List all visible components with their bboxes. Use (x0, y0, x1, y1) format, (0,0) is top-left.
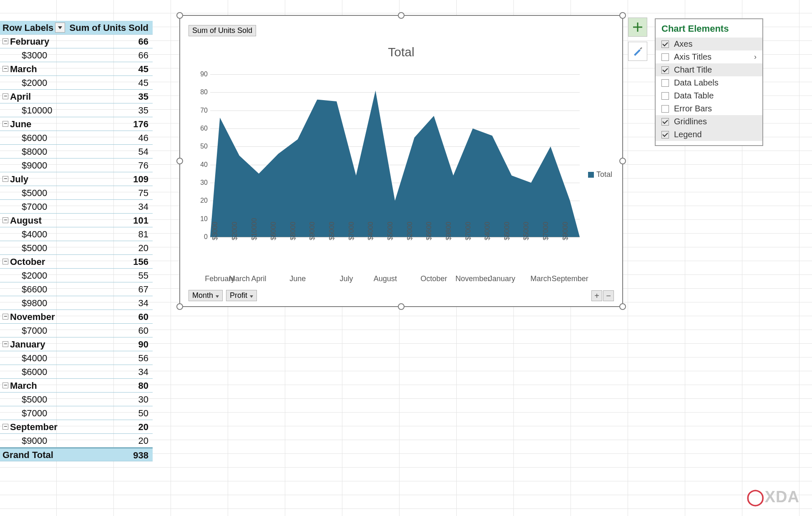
chart-element-option[interactable]: Gridlines (656, 115, 762, 128)
axis-field-month-label: Month (192, 291, 213, 300)
x-tick: $7000 (465, 224, 472, 240)
checkbox[interactable] (661, 92, 669, 100)
collapse-icon[interactable]: − (3, 259, 8, 264)
chart-title[interactable]: Total (180, 45, 622, 59)
pivot-child-row[interactable]: $400056 (0, 351, 153, 365)
resize-handle[interactable] (176, 12, 183, 19)
chart-element-option[interactable]: Legend (656, 128, 762, 141)
resize-handle[interactable] (619, 158, 626, 164)
resize-handle[interactable] (619, 303, 626, 310)
watermark-logo: ◯XDA (747, 488, 799, 506)
pivot-group-row[interactable]: −March45 (0, 62, 153, 76)
chart-element-option[interactable]: Data Table (656, 89, 762, 102)
collapse-field-button[interactable]: − (603, 290, 614, 301)
pivot-chart[interactable]: Sum of Units Sold Total 0102030405060708… (179, 15, 623, 307)
checkbox[interactable] (661, 66, 669, 74)
pivot-child-row[interactable]: $600046 (0, 131, 153, 145)
chart-legend[interactable]: Total (588, 170, 612, 179)
pivot-grand-total-row[interactable]: Grand Total 938 (0, 448, 153, 461)
pivot-child-row[interactable]: $700034 (0, 200, 153, 214)
pivot-child-row[interactable]: $300066 (0, 48, 153, 62)
x-tick: $9000 (562, 224, 569, 240)
y-tick: 10 (192, 215, 208, 223)
resize-handle[interactable] (398, 12, 405, 19)
chart-element-option[interactable]: Axis Titles› (656, 50, 762, 63)
pivot-child-row[interactable]: $660067 (0, 282, 153, 296)
chart-element-option[interactable]: Chart Title (656, 63, 762, 76)
pivot-header-row[interactable]: Row Labels Sum of Units Sold (0, 21, 153, 35)
pivot-child-row[interactable]: $1000035 (0, 103, 153, 117)
chart-element-option[interactable]: Error Bars (656, 102, 762, 115)
resize-handle[interactable] (176, 303, 183, 310)
resize-handle[interactable] (398, 303, 405, 310)
axis-field-month[interactable]: Month (189, 290, 223, 301)
checkbox[interactable] (661, 105, 669, 113)
checkbox[interactable] (661, 131, 669, 138)
pivot-group-row[interactable]: −July109 (0, 172, 153, 186)
collapse-icon[interactable]: − (3, 93, 8, 99)
collapse-icon[interactable]: − (3, 314, 8, 320)
collapse-icon[interactable]: − (3, 38, 8, 44)
pivot-group-row[interactable]: −June176 (0, 117, 153, 131)
pivot-group-row[interactable]: −February66 (0, 35, 153, 48)
axis-field-profit[interactable]: Profit (226, 290, 257, 301)
chart-elements-button[interactable] (628, 18, 647, 37)
group-label: June (10, 117, 31, 131)
checkbox[interactable] (661, 40, 669, 48)
pivot-child-row[interactable]: $500030 (0, 393, 153, 406)
pivot-child-row[interactable]: $200045 (0, 76, 153, 90)
pivot-child-row[interactable]: $700050 (0, 406, 153, 420)
pivot-child-row[interactable]: $700060 (0, 324, 153, 337)
pivot-group-row[interactable]: −April35 (0, 90, 153, 103)
resize-handle[interactable] (619, 12, 626, 19)
pivot-child-row[interactable]: $900020 (0, 434, 153, 448)
pivot-table[interactable]: Row Labels Sum of Units Sold −February66… (0, 21, 153, 461)
child-label: $9800 (0, 296, 67, 310)
collapse-icon[interactable]: − (3, 176, 8, 182)
x-month-label: October (420, 274, 447, 283)
chevron-down-icon (250, 295, 253, 298)
collapse-icon[interactable]: − (3, 383, 8, 388)
group-label: October (10, 255, 45, 269)
chart-styles-button[interactable] (628, 42, 647, 61)
axis-field-profit-label: Profit (230, 291, 247, 300)
pivot-child-row[interactable]: $800054 (0, 145, 153, 159)
collapse-icon[interactable]: − (3, 217, 8, 223)
chart-element-option[interactable]: Axes (656, 38, 762, 50)
pivot-child-row[interactable]: $600034 (0, 365, 153, 379)
child-value: 45 (67, 76, 153, 89)
pivot-group-row[interactable]: −September20 (0, 420, 153, 434)
chart-element-option[interactable]: Data Labels (656, 76, 762, 89)
child-value: 60 (67, 324, 153, 337)
y-tick: 90 (192, 70, 208, 78)
pivot-child-row[interactable]: $500075 (0, 186, 153, 200)
child-label: $9000 (0, 159, 67, 172)
pivot-group-row[interactable]: −March80 (0, 379, 153, 393)
collapse-icon[interactable]: − (3, 66, 8, 72)
values-field-button[interactable]: Sum of Units Sold (189, 25, 256, 36)
plot-area[interactable]: 0102030405060708090 (192, 74, 580, 237)
pivot-group-row[interactable]: −January90 (0, 337, 153, 351)
pivot-child-row[interactable]: $980034 (0, 296, 153, 310)
checkbox[interactable] (661, 118, 669, 126)
pivot-child-row[interactable]: $900076 (0, 159, 153, 172)
resize-handle[interactable] (176, 158, 183, 164)
pivot-filter-dropdown[interactable] (55, 23, 65, 33)
child-label: $10000 (0, 103, 67, 117)
x-tick: $2000 (406, 224, 414, 240)
child-value: 20 (67, 434, 153, 447)
checkbox[interactable] (661, 53, 669, 61)
child-label: $4000 (0, 351, 67, 365)
expand-field-button[interactable]: + (591, 290, 602, 301)
collapse-icon[interactable]: − (3, 341, 8, 347)
pivot-group-row[interactable]: −October156 (0, 255, 153, 269)
collapse-icon[interactable]: − (3, 121, 8, 127)
pivot-group-row[interactable]: −August101 (0, 214, 153, 227)
pivot-child-row[interactable]: $200055 (0, 269, 153, 282)
chart-elements-flyout[interactable]: Chart Elements AxesAxis Titles›Chart Tit… (655, 18, 763, 146)
collapse-icon[interactable]: − (3, 424, 8, 430)
pivot-child-row[interactable]: $400081 (0, 227, 153, 241)
pivot-child-row[interactable]: $500020 (0, 241, 153, 255)
pivot-group-row[interactable]: −November60 (0, 310, 153, 324)
checkbox[interactable] (661, 79, 669, 87)
